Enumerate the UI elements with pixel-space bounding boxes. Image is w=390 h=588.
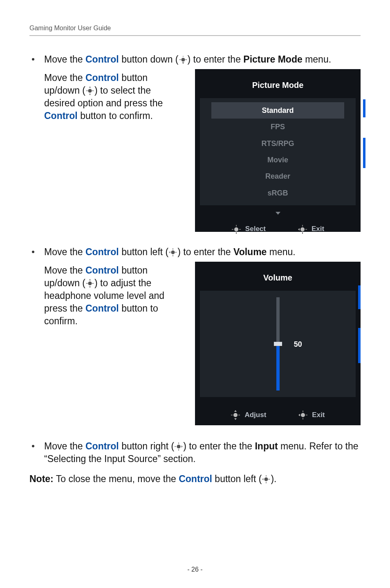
osd-picture-mode: Picture Mode Standard FPS RTS/RPG Movie … <box>195 69 361 232</box>
joystick-left-icon <box>298 410 308 420</box>
text: button right ( <box>119 441 175 451</box>
down-caret-icon <box>276 212 280 215</box>
header-title: Gaming Monitor User Guide <box>29 25 111 31</box>
picture-mode-term: Picture Mode <box>243 54 302 65</box>
text: Move the <box>44 54 85 65</box>
control-term: Control <box>85 54 119 65</box>
osd-footer-exit: Exit <box>298 224 324 234</box>
control-term: Control <box>179 474 212 484</box>
osd-footer-select: Select <box>231 224 266 234</box>
joystick-right-icon <box>174 442 183 451</box>
svg-point-9 <box>264 478 268 481</box>
svg-point-1 <box>88 89 92 93</box>
joystick-updown-icon <box>85 86 94 95</box>
joystick-updown-icon <box>231 410 240 420</box>
osd-title: Volume <box>195 262 361 291</box>
svg-point-7 <box>301 413 305 417</box>
osd-edge-marks <box>358 262 361 425</box>
volume-term: Volume <box>233 247 267 257</box>
text: ) to enter the <box>188 54 244 65</box>
svg-point-4 <box>171 250 175 254</box>
osd-edge-marks <box>363 69 365 232</box>
osd-footer-adjust: Adjust <box>231 410 266 420</box>
osd-title: Picture Mode <box>195 69 361 98</box>
svg-point-3 <box>300 227 305 231</box>
joystick-press-icon <box>231 224 241 234</box>
joystick-down-icon <box>179 55 188 64</box>
osd-item-srgb[interactable]: sRGB <box>200 185 356 201</box>
control-term: Control <box>85 441 119 451</box>
bullet-item-volume: Move the Control button left () to enter… <box>29 246 361 438</box>
osd-volume: Volume 50 <box>195 262 361 425</box>
svg-point-2 <box>234 227 238 231</box>
bullet-dot <box>32 445 34 447</box>
osd-footer-select-label: Select <box>245 224 266 234</box>
control-term: Control <box>44 110 78 121</box>
bullet-item-input: Move the Control button right () to ente… <box>29 440 361 465</box>
page-number: - 26 - <box>0 566 390 573</box>
text: button left ( <box>212 474 262 484</box>
osd-footer-exit: Exit <box>298 410 325 420</box>
text: ) to enter the <box>177 247 233 257</box>
svg-point-8 <box>177 445 181 449</box>
volume-fill <box>276 344 280 391</box>
text: Move the <box>44 247 85 257</box>
control-term: Control <box>85 72 119 83</box>
volume-knob[interactable] <box>274 342 282 346</box>
text: button left ( <box>119 247 168 257</box>
text: Move the <box>44 265 85 276</box>
text: button down ( <box>119 54 179 65</box>
svg-point-0 <box>181 58 185 61</box>
osd-footer-exit-label: Exit <box>312 411 325 420</box>
control-term: Control <box>85 247 119 257</box>
osd-footer-exit-label: Exit <box>312 224 324 234</box>
text: menu. <box>303 54 331 65</box>
text: Move the <box>44 441 85 451</box>
text: button to confirm. <box>78 110 153 121</box>
bullet-dot <box>32 58 34 61</box>
svg-point-5 <box>88 282 92 285</box>
osd-item-fps[interactable]: FPS <box>200 119 356 135</box>
osd-footer-adjust-label: Adjust <box>244 411 266 420</box>
note-label: Note: <box>29 474 54 484</box>
osd-item-standard[interactable]: Standard <box>211 102 344 119</box>
page-header: Gaming Monitor User Guide <box>29 25 361 36</box>
text: Move the <box>44 72 85 83</box>
bullet-item-picture-mode: Move the Control button down () to enter… <box>29 53 361 244</box>
text: menu. <box>267 247 295 257</box>
text: ). <box>271 474 276 484</box>
osd-item-reader[interactable]: Reader <box>200 168 356 184</box>
bullet-dot <box>32 251 34 253</box>
svg-point-6 <box>233 413 238 417</box>
osd-item-rtsrpg[interactable]: RTS/RPG <box>200 135 356 152</box>
input-term: Input <box>255 441 278 451</box>
volume-value: 50 <box>294 339 302 349</box>
control-term: Control <box>85 265 119 276</box>
osd-item-movie[interactable]: Movie <box>200 152 356 168</box>
joystick-left-icon <box>168 248 177 257</box>
text: To close the menu, move the <box>54 474 179 484</box>
joystick-left-icon <box>298 224 307 234</box>
note: Note: To close the menu, move the Contro… <box>29 473 361 485</box>
text: ) to enter the the <box>183 441 255 451</box>
joystick-updown-icon <box>85 279 94 288</box>
joystick-left-icon <box>262 475 271 484</box>
control-term: Control <box>85 303 119 314</box>
